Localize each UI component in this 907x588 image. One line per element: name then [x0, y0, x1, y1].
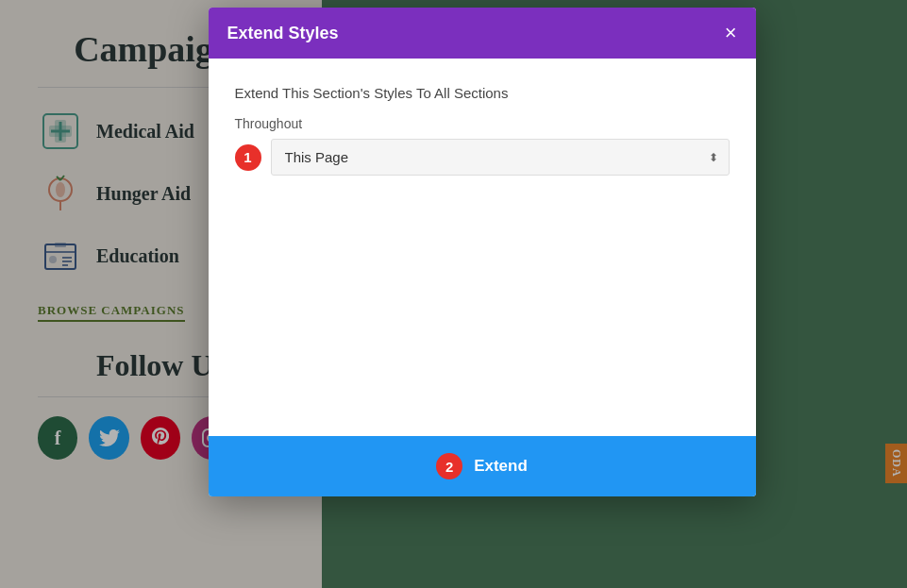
modal-body: Extend This Section's Styles To All Sect… — [209, 59, 756, 436]
extend-styles-modal: Extend Styles × Extend This Section's St… — [209, 8, 756, 496]
select-wrapper: This Page Entire Site ⬍ — [271, 139, 730, 176]
throughout-label: Throughout — [235, 116, 730, 131]
badge-2: 2 — [436, 453, 462, 479]
modal-header: Extend Styles × — [209, 8, 756, 59]
badge-1: 1 — [235, 144, 261, 171]
modal-section-text: Extend This Section's Styles To All Sect… — [235, 85, 730, 101]
modal-overlay: Extend Styles × Extend This Section's St… — [0, 0, 907, 588]
modal-footer[interactable]: 2 Extend — [209, 436, 756, 496]
select-row: 1 This Page Entire Site ⬍ — [235, 139, 730, 176]
modal-close-button[interactable]: × — [725, 23, 737, 43]
modal-title: Extend Styles — [227, 24, 339, 43]
throughout-select[interactable]: This Page Entire Site — [271, 139, 730, 176]
extend-button[interactable]: Extend — [474, 457, 528, 476]
